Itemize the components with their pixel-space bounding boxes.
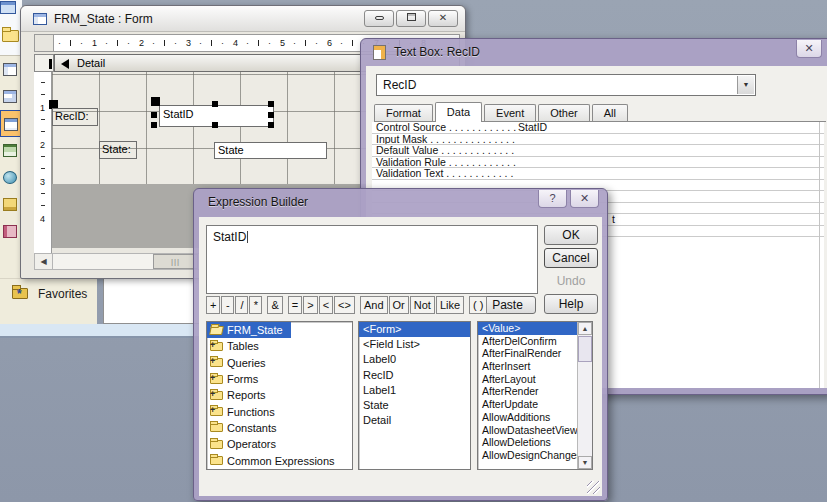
property-row[interactable]: Input Mask . . . . . . . . . . . . . . .	[372, 134, 824, 146]
list-item[interactable]: Detail	[359, 413, 470, 428]
size-handle[interactable]	[268, 112, 274, 118]
minimize-button[interactable]	[364, 10, 394, 27]
property-tab[interactable]: Data	[435, 102, 482, 122]
scroll-down-icon[interactable]: ▼	[578, 456, 592, 469]
close-icon[interactable]: ✕	[796, 40, 822, 58]
ok-button[interactable]: OK	[544, 225, 598, 245]
objects-bar-item[interactable]	[0, 218, 22, 245]
size-handle[interactable]	[268, 101, 274, 107]
ruler-inch: 4	[34, 183, 51, 220]
property-row[interactable]: Default Value . . . . . . . . . . . . .	[372, 145, 824, 157]
list-item[interactable]: AfterLayout	[478, 373, 577, 386]
tree-item[interactable]: Forms	[207, 371, 266, 387]
objects-bar-item[interactable]	[0, 191, 22, 218]
list-item[interactable]: RecID	[359, 368, 470, 383]
operator-button[interactable]: <	[319, 296, 333, 314]
tree-item[interactable]: Constants	[207, 420, 285, 436]
list-item[interactable]: AllowDatasheetView	[478, 424, 577, 437]
tree-item[interactable]: Queries	[207, 355, 274, 371]
size-handle[interactable]	[151, 122, 157, 128]
help-button[interactable]: Help	[544, 294, 598, 314]
property-tab[interactable]: Event	[484, 104, 536, 121]
move-handle[interactable]	[151, 97, 160, 106]
operator-button[interactable]: &	[267, 296, 282, 314]
expression-builder-body: StatID OK Cancel Undo Help Paste +-/*&=>…	[199, 217, 602, 496]
list-item[interactable]: <Value>	[478, 322, 577, 335]
property-tab[interactable]: All	[592, 104, 628, 121]
expression-categories-list: <Form><Field List>Label0RecIDLabel1State…	[358, 321, 471, 470]
operator-button[interactable]: >	[303, 296, 317, 314]
list-item[interactable]: AfterDelConfirm	[478, 335, 577, 348]
size-handle[interactable]	[212, 122, 218, 128]
plus-folder	[210, 391, 223, 400]
favorites-group[interactable]: Favorites	[0, 278, 97, 324]
objects-bar-item[interactable]	[0, 164, 22, 191]
vertical-scrollbar[interactable]: ▲ ▼	[577, 322, 592, 469]
scroll-left-icon[interactable]: ◀	[35, 254, 53, 269]
operator-button[interactable]: <>	[334, 296, 355, 314]
size-handle[interactable]	[212, 101, 218, 107]
property-row[interactable]: Validation Rule . . . . . . . . . . . .	[372, 157, 824, 169]
cancel-button[interactable]: Cancel	[544, 248, 598, 268]
size-handle[interactable]	[151, 112, 157, 118]
list-item[interactable]: Label0	[359, 352, 470, 367]
scrollbar-thumb[interactable]	[578, 336, 592, 362]
ruler-inch: 3	[34, 146, 51, 183]
help-icon[interactable]: ?	[538, 190, 567, 208]
list-item[interactable]: AfterFinalRender	[478, 347, 577, 360]
objects-bar-item[interactable]	[0, 83, 22, 110]
operator-button[interactable]: -	[221, 296, 234, 314]
property-sheet-title: Text Box: RecID	[394, 45, 480, 59]
scrollbar-thumb[interactable]: |||	[153, 254, 198, 269]
state-textbox[interactable]: State	[214, 142, 327, 159]
operator-button[interactable]: *	[249, 296, 262, 314]
list-item[interactable]: AfterInsert	[478, 360, 577, 373]
tree-item[interactable]: Tables	[207, 338, 267, 354]
state-label[interactable]: State:	[99, 141, 137, 159]
resize-grip[interactable]	[587, 481, 600, 494]
property-tab[interactable]: Other	[538, 104, 590, 121]
operator-button[interactable]: And	[360, 296, 388, 314]
operator-button[interactable]: /	[235, 296, 248, 314]
property-tab[interactable]: Format	[374, 104, 433, 121]
open-folder-icon[interactable]	[2, 30, 19, 42]
property-row[interactable]: Control Source . . . . . . . . . . . .St…	[372, 122, 824, 134]
close-button[interactable]: ✕	[428, 10, 458, 27]
page-icon	[3, 171, 17, 184]
tree-item[interactable]: Operators	[207, 436, 284, 452]
list-item[interactable]: State	[359, 398, 470, 413]
tree-item[interactable]: Reports	[207, 387, 274, 403]
list-item[interactable]: AllowDesignChanges	[478, 449, 577, 462]
cascade-windows-icon[interactable]	[0, 1, 16, 14]
objects-bar-item[interactable]	[0, 56, 22, 83]
scroll-up-icon[interactable]: ▲	[578, 322, 592, 335]
tree-item[interactable]: FRM_State	[207, 322, 291, 338]
form-window-titlebar[interactable]: FRM_State : Form ✕	[21, 6, 465, 32]
list-item[interactable]: <Form>	[359, 322, 470, 337]
operator-button[interactable]: =	[288, 296, 302, 314]
list-item[interactable]: <Field List>	[359, 337, 470, 352]
close-icon[interactable]: ✕	[570, 190, 599, 208]
list-item[interactable]: AfterRender	[478, 385, 577, 398]
expression-input[interactable]: StatID	[206, 225, 538, 294]
list-item[interactable]: AllowAdditions	[478, 411, 577, 424]
list-item[interactable]: Label1	[359, 383, 470, 398]
operator-button[interactable]: ( )	[469, 296, 487, 314]
restore-button[interactable]	[396, 10, 426, 27]
chevron-down-icon[interactable]: ▼	[737, 76, 754, 94]
tree-item[interactable]: Functions	[207, 403, 283, 419]
operator-button[interactable]: Or	[389, 296, 409, 314]
list-item[interactable]: AfterUpdate	[478, 398, 577, 411]
operator-button[interactable]: Like	[436, 296, 464, 314]
operator-button[interactable]: Not	[410, 296, 435, 314]
plus-folder	[210, 342, 223, 351]
tree-item[interactable]: Common Expressions	[207, 452, 343, 468]
property-row[interactable]: Validation Text . . . . . . . . . . . .	[372, 168, 824, 180]
objects-bar-item[interactable]	[0, 137, 22, 164]
objects-bar-item[interactable]	[0, 110, 22, 137]
list-item[interactable]: AllowDeletions	[478, 436, 577, 449]
recid-label[interactable]: RecID:	[52, 108, 98, 126]
control-selector-combo[interactable]: RecID ▼	[376, 74, 756, 96]
size-handle[interactable]	[268, 122, 274, 128]
operator-button[interactable]: +	[206, 296, 220, 314]
